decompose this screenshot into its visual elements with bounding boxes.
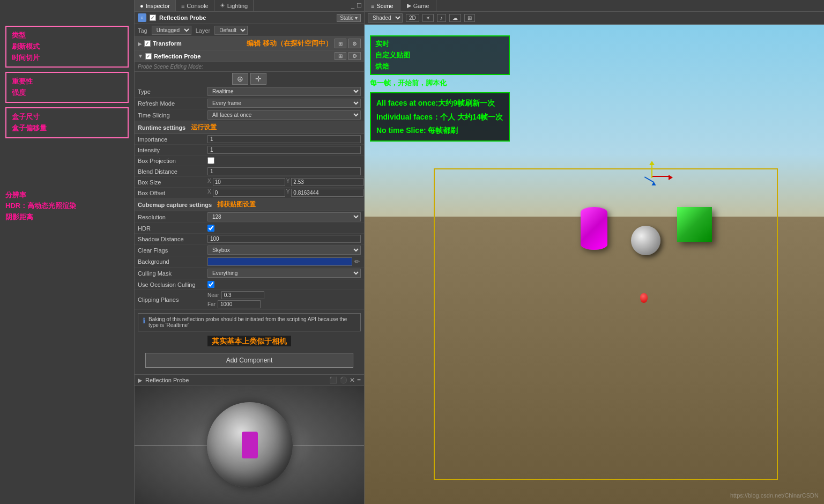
- transform-name: Transform: [153, 40, 182, 47]
- box-projection-checkbox[interactable]: [207, 157, 214, 164]
- box-offset-x[interactable]: [213, 189, 285, 197]
- box-offset-y[interactable]: [291, 189, 363, 197]
- probe-sphere-inner: [242, 432, 258, 458]
- refresh-mode-label: Refresh Mode: [138, 100, 207, 107]
- hdr-label: HDR: [138, 225, 207, 232]
- object-active-checkbox[interactable]: ✓: [150, 14, 156, 21]
- importance-row: Importance: [135, 134, 364, 145]
- preview-menu[interactable]: =: [357, 376, 361, 384]
- 2d-button[interactable]: 2D: [406, 14, 419, 22]
- box-offset-label: Box Offset: [138, 190, 207, 196]
- scene-tabs: ≡ Scene ▶ Game: [365, 0, 824, 12]
- inspector-scroll-area[interactable]: Type Realtime Refresh Mode Every frame: [135, 86, 364, 374]
- green-cube: [677, 207, 712, 242]
- preview-canvas: [135, 386, 365, 504]
- light-btn[interactable]: ☀: [422, 14, 434, 22]
- transform-header: ▶ ✓ Transform 编辑 移动（在探针空间中） ⊞ ⚙: [135, 37, 364, 50]
- time-slicing-label: Time Slicing: [138, 112, 207, 118]
- preview-expand[interactable]: ▶: [138, 377, 142, 384]
- type-label: Type: [138, 88, 207, 95]
- object-header: ○ ✓ Reflection Probe Static ▾: [135, 12, 364, 24]
- add-component-button[interactable]: Add Component: [145, 353, 353, 368]
- transform-checkbox[interactable]: ✓: [144, 40, 151, 47]
- occlusion-label: Use Occlusion Culling: [138, 281, 207, 288]
- fx-btn[interactable]: ☁: [449, 14, 461, 22]
- culling-mask-row: Culling Mask Everything: [135, 268, 364, 279]
- probe-mode-bar: Probe Scene Editing Mode:: [135, 62, 364, 72]
- tab-scene[interactable]: ≡ Scene: [365, 0, 400, 11]
- intensity-row: Intensity: [135, 145, 364, 155]
- object-name: Reflection Probe: [159, 14, 206, 21]
- edit-center-button[interactable]: ✛: [250, 73, 266, 85]
- camera-annotation: 其实基本上类似于相机: [207, 336, 291, 346]
- intensity-input[interactable]: [207, 146, 361, 154]
- far-label: Far: [207, 301, 216, 307]
- rp-tool1[interactable]: ⊞: [335, 52, 346, 60]
- audio-btn[interactable]: ♪: [437, 14, 446, 22]
- tab-inspector[interactable]: ● Inspector: [135, 0, 176, 11]
- lighting-icon: ☀: [220, 2, 225, 9]
- preview-icon1[interactable]: ⬛: [329, 376, 337, 384]
- occlusion-row: Use Occlusion Culling: [135, 279, 364, 290]
- scene-tab-label: Scene: [376, 3, 393, 9]
- rp-expand[interactable]: ▼: [138, 53, 143, 59]
- layer-dropdown[interactable]: Default: [214, 26, 248, 35]
- preview-icon2[interactable]: ⚫: [339, 376, 347, 384]
- left-annotations-panel: 类型 刷新模式 时间切片 重要性 强度 盒子尺寸 盒子偏移量 分辨率 HDR：高…: [0, 0, 134, 504]
- occlusion-checkbox[interactable]: [207, 281, 214, 288]
- refresh-annotation: 每一帧，开始前，脚本化: [370, 78, 510, 88]
- static-button[interactable]: Static ▾: [337, 14, 361, 22]
- hdr-checkbox[interactable]: [207, 225, 214, 232]
- gizmos-btn[interactable]: ⊞: [464, 14, 475, 22]
- clear-flags-dropdown[interactable]: Skybox: [207, 246, 361, 255]
- transform-tool2[interactable]: ⚙: [348, 39, 361, 48]
- blend-distance-input[interactable]: [207, 167, 361, 175]
- far-input[interactable]: [218, 300, 261, 308]
- culling-mask-dropdown[interactable]: Everything: [207, 269, 361, 278]
- transform-expand[interactable]: ▶: [138, 41, 142, 47]
- rp-checkbox[interactable]: ✓: [145, 53, 152, 60]
- type-dropdown[interactable]: Realtime: [207, 87, 361, 96]
- info-box: ℹ Baking of this reflection probe should…: [138, 313, 361, 331]
- resolution-annotation: 分辨率 HDR：高动态光照渲染 阴影距离: [5, 190, 129, 223]
- scene-view[interactable]: 实时 自定义贴图 烘焙 每一帧，开始前，脚本化 All faces at onc…: [365, 25, 824, 504]
- background-color-swatch[interactable]: [207, 257, 352, 266]
- tab-game[interactable]: ▶ Game: [400, 0, 436, 11]
- scene-hash-icon: ≡: [371, 3, 374, 9]
- info-text: Baking of this reflection probe should b…: [149, 316, 356, 328]
- time-slice-annotation-box: All faces at once:大约9帧刷新一次 Individual fa…: [370, 92, 510, 142]
- blend-distance-row: Blend Distance: [135, 166, 364, 177]
- tag-dropdown[interactable]: Untagged: [152, 26, 191, 35]
- preview-close[interactable]: ✕: [350, 376, 355, 384]
- time-slicing-dropdown[interactable]: All faces at once: [207, 110, 361, 120]
- rp-tool2[interactable]: ⚙: [348, 52, 361, 60]
- color-picker-button[interactable]: ✏: [353, 258, 361, 265]
- cubemap-annotation: 捕获贴图设置: [217, 200, 256, 209]
- tabs-bar: ● Inspector ≡ Console ☀ Lighting _ ☐: [135, 0, 364, 12]
- importance-label: Importance: [138, 136, 207, 143]
- resolution-dropdown[interactable]: 128: [207, 212, 361, 221]
- tab-lighting[interactable]: ☀ Lighting: [214, 0, 254, 11]
- clipping-planes-row: Clipping Planes Near Far: [135, 290, 364, 310]
- tag-layer-bar: Tag Untagged Layer Default: [135, 24, 364, 37]
- near-input[interactable]: [221, 291, 264, 299]
- right-annotation-area: 实时 自定义贴图 烘焙 每一帧，开始前，脚本化 All faces at onc…: [370, 35, 510, 142]
- shadow-distance-input[interactable]: [207, 235, 361, 243]
- blend-distance-label: Blend Distance: [138, 168, 207, 175]
- tab-console[interactable]: ≡ Console: [176, 0, 214, 11]
- box-offset-row: Box Offset X Y Z: [135, 188, 364, 198]
- runtime-settings-label: Runtime settings: [138, 124, 185, 131]
- refresh-mode-dropdown[interactable]: Every frame: [207, 99, 361, 108]
- box-size-row: Box Size X Y Z: [135, 177, 364, 188]
- edit-bounds-button[interactable]: ⊕: [232, 73, 248, 85]
- shading-dropdown[interactable]: Shaded: [368, 13, 403, 23]
- box-size-y[interactable]: [291, 178, 363, 186]
- importance-input[interactable]: [207, 135, 361, 143]
- magenta-cylinder: [581, 207, 607, 250]
- maximize-icon[interactable]: ☐: [357, 2, 362, 9]
- game-icon: ▶: [407, 2, 411, 9]
- preview-title: Reflection Probe: [145, 377, 189, 383]
- box-size-x[interactable]: [213, 178, 285, 186]
- transform-tool1[interactable]: ⊞: [335, 39, 346, 48]
- minimize-icon[interactable]: _: [351, 2, 354, 9]
